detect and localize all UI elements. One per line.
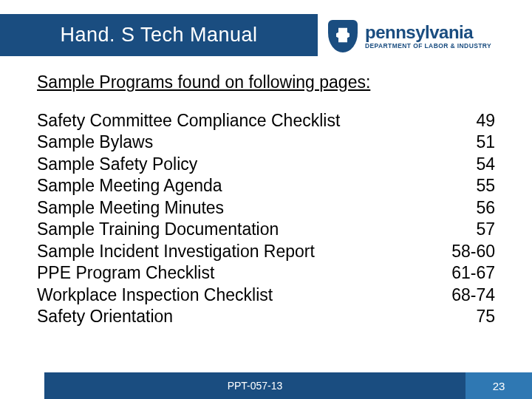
item-name: Sample Safety Policy bbox=[37, 154, 197, 175]
item-name: Sample Meeting Agenda bbox=[37, 175, 222, 197]
item-name: Sample Incident Investigation Report bbox=[37, 241, 315, 262]
item-page: 54 bbox=[429, 154, 495, 175]
list-item: Sample Training Documentation57 bbox=[37, 219, 495, 240]
page-title: Hand. S Tech Manual bbox=[0, 24, 318, 47]
slide: Hand. S Tech Manual pennsylvania DEPARTM… bbox=[0, 0, 532, 399]
logo-dept: DEPARTMENT OF LABOR & INDUSTRY bbox=[365, 43, 491, 50]
intro-text: Sample Programs found on following pages… bbox=[37, 72, 495, 92]
keystone-icon bbox=[334, 25, 352, 47]
list-item: Sample Meeting Minutes56 bbox=[37, 197, 495, 219]
logo: pennsylvania DEPARTMENT OF LABOR & INDUS… bbox=[318, 16, 532, 56]
logo-text: pennsylvania DEPARTMENT OF LABOR & INDUS… bbox=[365, 24, 491, 50]
item-name: PPE Program Checklist bbox=[37, 262, 214, 284]
item-page: 75 bbox=[429, 306, 495, 327]
title-band: Hand. S Tech Manual bbox=[0, 16, 318, 56]
item-page: 61-67 bbox=[429, 262, 495, 284]
list-item: Sample Incident Investigation Report58-6… bbox=[37, 241, 495, 262]
item-list: Safety Committee Compliance Checklist49 … bbox=[37, 110, 495, 327]
item-name: Sample Training Documentation bbox=[37, 219, 279, 240]
item-name: Workplace Inspection Checklist bbox=[37, 284, 273, 306]
item-page: 56 bbox=[429, 197, 495, 219]
item-page: 51 bbox=[429, 132, 495, 153]
footer: PPT-057-13 23 bbox=[0, 372, 532, 399]
footer-spacer bbox=[0, 372, 44, 399]
content: Sample Programs found on following pages… bbox=[37, 72, 495, 355]
list-item: Sample Safety Policy54 bbox=[37, 154, 495, 175]
keystone-shield-icon bbox=[328, 20, 358, 52]
list-item: Workplace Inspection Checklist68-74 bbox=[37, 284, 495, 306]
item-name: Safety Orientation bbox=[37, 306, 173, 327]
logo-state: pennsylvania bbox=[365, 24, 491, 41]
list-item: Safety Orientation75 bbox=[37, 306, 495, 327]
item-page: 49 bbox=[429, 110, 495, 132]
header: Hand. S Tech Manual pennsylvania DEPARTM… bbox=[0, 16, 532, 56]
item-page: 58-60 bbox=[429, 241, 495, 262]
item-page: 68-74 bbox=[429, 284, 495, 306]
item-page: 57 bbox=[429, 219, 495, 240]
item-name: Sample Meeting Minutes bbox=[37, 197, 224, 219]
list-item: Safety Committee Compliance Checklist49 bbox=[37, 110, 495, 132]
item-name: Sample Bylaws bbox=[37, 132, 153, 153]
item-name: Safety Committee Compliance Checklist bbox=[37, 110, 340, 132]
list-item: PPE Program Checklist61-67 bbox=[37, 262, 495, 284]
list-item: Sample Meeting Agenda55 bbox=[37, 175, 495, 197]
list-item: Sample Bylaws51 bbox=[37, 132, 495, 153]
footer-code: PPT-057-13 bbox=[44, 372, 466, 399]
footer-page: 23 bbox=[466, 372, 532, 399]
item-page: 55 bbox=[429, 175, 495, 197]
